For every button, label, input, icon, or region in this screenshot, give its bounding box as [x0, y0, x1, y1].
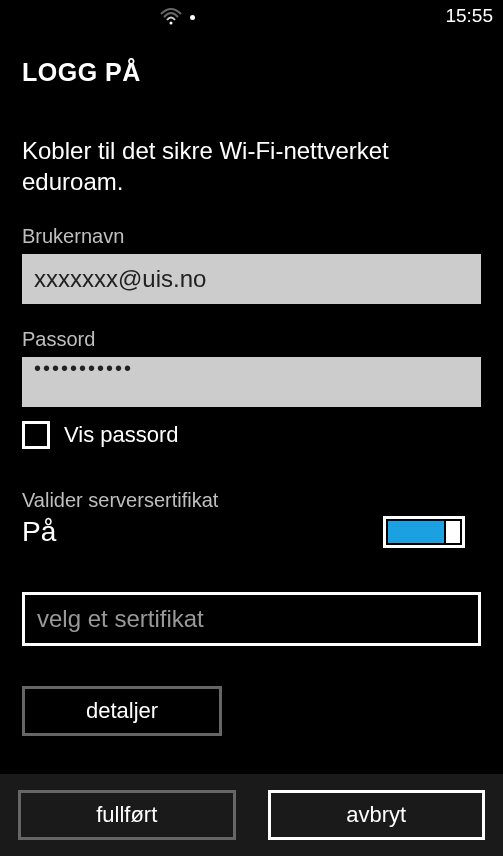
connection-description: Kobler til det sikre Wi-Fi-nettverket ed… [22, 135, 481, 197]
details-button[interactable]: detaljer [22, 686, 222, 736]
show-password-checkbox[interactable] [22, 421, 50, 449]
validate-cert-value: På [22, 516, 56, 548]
password-label: Passord [22, 328, 481, 351]
validate-cert-toggle[interactable] [383, 516, 465, 548]
password-input[interactable]: ••••••••••• [22, 357, 481, 407]
bottom-bar: fullført avbryt [0, 774, 503, 856]
show-password-checkbox-row[interactable]: Vis passord [22, 421, 481, 449]
validate-cert-label: Valider serversertifikat [22, 489, 481, 512]
show-password-label: Vis passord [64, 422, 179, 448]
username-label: Brukernavn [22, 225, 481, 248]
username-input[interactable] [22, 254, 481, 304]
certificate-select-placeholder: velg et sertifikat [37, 605, 204, 633]
status-bar: 15:55 [0, 0, 503, 28]
cancel-button[interactable]: avbryt [268, 790, 486, 840]
page-title: LOGG PÅ [22, 58, 481, 87]
status-time: 15:55 [445, 5, 493, 27]
status-dot-icon [190, 15, 195, 20]
toggle-track [388, 521, 444, 543]
certificate-select[interactable]: velg et sertifikat [22, 592, 481, 646]
svg-point-0 [170, 22, 173, 25]
toggle-handle [446, 521, 460, 543]
done-button[interactable]: fullført [18, 790, 236, 840]
wifi-icon [160, 7, 182, 25]
